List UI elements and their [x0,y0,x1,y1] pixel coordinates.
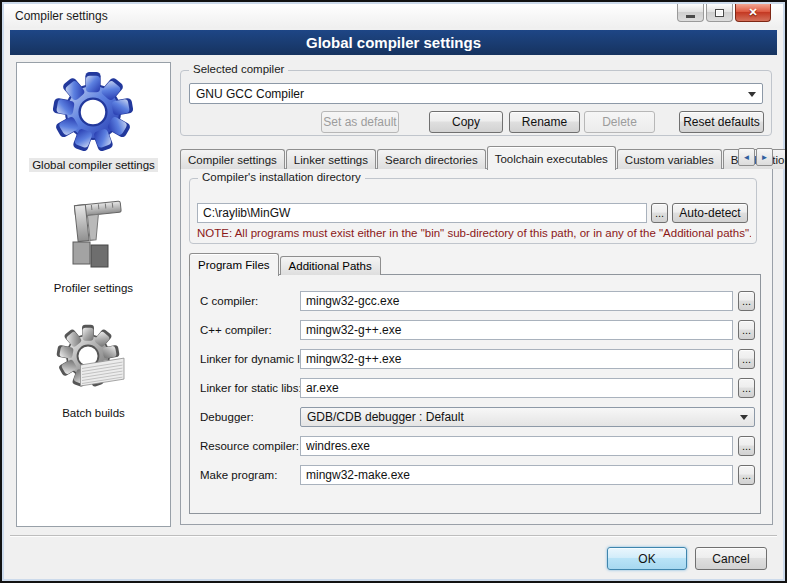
window-title: Compiler settings [15,9,108,23]
resource-compiler-label: Resource compiler: [200,436,299,456]
gray-gear-stack-icon [55,323,133,401]
sidebar-item-profiler-settings[interactable]: Profiler settings [51,196,136,295]
page-title: Global compiler settings [306,34,481,51]
tab-compiler-settings[interactable]: Compiler settings [180,149,285,169]
sidebar-item-label: Global compiler settings [29,158,158,172]
settings-category-list: Global compiler settings [16,62,171,527]
tab-toolchain-executables[interactable]: Toolchain executables [487,146,616,170]
dynamic-linker-browse-button[interactable]: ... [738,349,755,369]
tab-search-directories[interactable]: Search directories [377,149,486,169]
tab-linker-settings[interactable]: Linker settings [286,149,376,169]
sidebar-item-batch-builds[interactable]: Batch builds [55,323,133,420]
title-bar[interactable]: Compiler settings [4,4,783,28]
ok-button[interactable]: OK [607,547,687,570]
c-compiler-label: C compiler: [200,291,258,311]
debugger-select-value: GDB/CDB debugger : Default [307,410,464,424]
tab-scroll-controls: ◄ ► [737,148,773,166]
close-icon: ✕ [748,7,757,18]
tab-scroll-left-icon[interactable]: ◄ [738,148,755,166]
caliper-icon [53,196,133,276]
copy-button[interactable]: Copy [429,111,503,133]
reset-defaults-button[interactable]: Reset defaults [679,111,764,133]
debugger-select[interactable]: GDB/CDB debugger : Default [300,407,755,427]
subtab-additional-paths[interactable]: Additional Paths [280,256,381,275]
dynamic-linker-input[interactable] [300,349,733,369]
toolchain-executables-panel: Compiler's installation directory ... Au… [180,168,773,525]
installation-directory-group: Compiler's installation directory ... Au… [189,178,757,244]
footer-divider [10,535,777,537]
make-program-label: Make program: [200,465,277,485]
make-program-input[interactable] [300,465,733,485]
tab-custom-variables[interactable]: Custom variables [617,149,722,169]
cancel-button[interactable]: Cancel [695,547,767,570]
cpp-compiler-input[interactable] [300,320,733,340]
window-controls: ✕ [675,4,771,22]
installation-directory-input[interactable] [197,203,647,223]
program-subtabs: Program Files Additional Paths [189,252,382,275]
tab-scroll-right-icon[interactable]: ► [756,148,773,166]
sidebar-item-label: Batch builds [59,406,128,420]
resource-compiler-browse-button[interactable]: ... [738,436,755,456]
auto-detect-button[interactable]: Auto-detect [672,203,748,223]
make-program-browse-button[interactable]: ... [738,465,755,485]
set-as-default-button[interactable]: Set as default [321,111,399,133]
page-header: Global compiler settings [10,30,777,55]
subtab-program-files[interactable]: Program Files [189,253,279,276]
cpp-compiler-label: C++ compiler: [200,320,272,340]
selected-compiler-legend: Selected compiler [189,63,288,75]
dropdown-arrow-icon [748,92,756,97]
dialog-footer: OK Cancel [607,547,767,570]
installation-note: NOTE: All programs must exist either in … [197,227,751,239]
sidebar-item-global-compiler-settings[interactable]: Global compiler settings [29,71,158,172]
program-files-panel: C compiler: ... C++ compiler: ... Linker… [189,274,761,514]
restore-button[interactable] [706,4,733,22]
static-linker-label: Linker for static libs: [200,378,302,398]
installation-directory-legend: Compiler's installation directory [198,171,365,183]
selected-compiler-group: Selected compiler GNU GCC Compiler Set a… [180,70,772,136]
static-linker-browse-button[interactable]: ... [738,378,755,398]
restore-icon [715,9,724,17]
debugger-label: Debugger: [200,407,254,427]
cpp-compiler-browse-button[interactable]: ... [738,320,755,340]
compiler-select-value: GNU GCC Compiler [196,87,304,101]
resource-compiler-input[interactable] [300,436,733,456]
delete-button[interactable]: Delete [584,111,655,133]
minimize-icon [686,15,695,18]
static-linker-input[interactable] [300,378,733,398]
compiler-settings-dialog: Compiler settings ✕ Global compiler sett… [0,0,787,583]
sidebar-item-label: Profiler settings [51,281,136,295]
installation-directory-browse-button[interactable]: ... [651,203,668,223]
close-button[interactable]: ✕ [735,4,771,22]
c-compiler-input[interactable] [300,291,733,311]
blue-gear-icon [52,71,134,153]
compiler-select[interactable]: GNU GCC Compiler [189,83,763,104]
rename-button[interactable]: Rename [509,111,580,133]
minimize-button[interactable] [677,4,704,22]
c-compiler-browse-button[interactable]: ... [738,291,755,311]
dropdown-arrow-icon [740,415,748,420]
settings-tabs: Compiler settings Linker settings Search… [180,145,787,169]
